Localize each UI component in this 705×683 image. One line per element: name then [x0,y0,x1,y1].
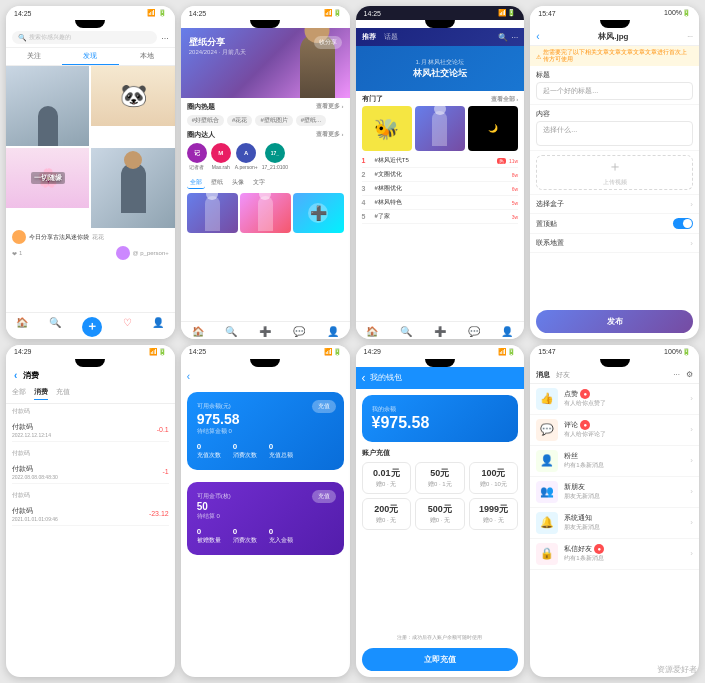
nav-discover-3[interactable]: 🔍 [400,326,412,337]
girl-figure-2 [121,163,146,213]
settings-icon-8[interactable]: ⚙ [686,370,693,379]
toggle-2-4[interactable] [673,218,693,229]
pkg-3-7[interactable]: 100元 赠0 · 10元 [469,462,519,494]
msg-item-private[interactable]: 🔒 私信好友 ● 约有1条新消息 › [530,539,699,570]
card1-toggle-6[interactable]: 充值 [312,400,336,413]
recharge-button-7[interactable]: 立即充值 [362,648,519,671]
msg-info-friends: 新朋友 朋友无新消息 [564,482,684,501]
topic-hot-4: 5w [512,200,518,206]
post-item-4[interactable] [91,148,174,228]
field-input-title-4[interactable]: 起一个好的标题... [536,82,693,100]
topic-img-bee[interactable]: 🐝 [362,106,412,151]
cat-all[interactable]: 全部 [187,177,205,189]
msg-item-system[interactable]: 🔔 系统通知 朋友无新消息 › [530,508,699,539]
pkg-4-7[interactable]: 200元 赠0 · 无 [362,498,412,530]
pkg-5-7[interactable]: 500元 赠0 · 无 [415,498,465,530]
nav-profile-2[interactable]: 👤 [327,326,339,337]
msg-item-fans[interactable]: 👤 粉丝 约有1条新消息 › [530,446,699,477]
option-row-2-4[interactable]: 置顶贴 [530,214,699,234]
tab-discover[interactable]: 发现 [62,48,118,65]
topic-item-4[interactable]: 4 #林风特色 5w [362,196,519,210]
user-wrap-1[interactable]: 记 记者者 [187,143,207,170]
htab-messages-8[interactable]: 消息 [536,370,550,380]
pkg-2-7[interactable]: 50元 赠0 · 1元 [415,462,465,494]
img-item-2[interactable] [240,193,291,233]
section-more-2[interactable]: 查看更多 › [316,102,344,112]
tag-3[interactable]: #壁纸图片 [255,115,292,126]
nav-msg-3[interactable]: 💬 [468,326,480,337]
nav-home-1[interactable]: 🏠 [16,317,28,337]
topic-item-1[interactable]: 1 #林风近代T5 热 11w [362,154,519,168]
nav-add-2[interactable]: ➕ [259,326,271,337]
back-icon-6[interactable]: ‹ [187,371,190,382]
option-row-1-4[interactable]: 选择盒子 › [530,195,699,214]
nav-msg-2[interactable]: 💬 [293,326,305,337]
topic-item-3[interactable]: 3 #林圈优化 6w [362,182,519,196]
htab-friends-8[interactable]: 好友 [556,370,570,380]
topic-hot-5: 3w [512,214,518,220]
tag-1[interactable]: #好壁纸合 [187,115,224,126]
nav-profile-3[interactable]: 👤 [501,326,513,337]
cat-avatar[interactable]: 头像 [229,177,247,189]
topic-item-2[interactable]: 2 #文圈优化 8w [362,168,519,182]
topic-img-dark[interactable]: 🌙 [468,106,518,151]
tab-recharge-5[interactable]: 充值 [56,387,70,400]
tab-follow[interactable]: 关注 [6,48,62,65]
img-item-1[interactable] [187,193,238,233]
rank-5: 5 [362,213,372,220]
pkg-grid-7: 0.01元 赠0 · 无 50元 赠0 · 1元 100元 赠0 · 10元 2… [362,462,519,530]
user-wrap-4[interactable]: 17_ 17_21:0100 [262,143,288,170]
tag-2[interactable]: #花花 [227,115,252,126]
section-more-users-2[interactable]: 查看更多 › [316,130,344,140]
option-row-3-4[interactable]: 联系地置 › [530,234,699,253]
cat-text[interactable]: 文字 [250,177,268,189]
option-right-3-4: › [690,239,693,248]
nav-likes-1[interactable]: ♡ [123,317,132,337]
banner-text-3: 林风社交论坛 [413,67,467,80]
search-icon-3[interactable]: 🔍 [498,33,508,42]
msg-item-friends[interactable]: 👥 新朋友 朋友无新消息 › [530,477,699,508]
tab-consume-5[interactable]: 消费 [34,387,48,400]
topic-img-girl[interactable] [415,106,465,151]
card2-toggle-6[interactable]: 充值 [312,490,336,503]
topic-item-5[interactable]: 5 #了家 3w [362,210,519,224]
back-icon-4[interactable]: ‹ [536,31,539,42]
cat-wallpaper[interactable]: 壁纸 [208,177,226,189]
hero-btn-2[interactable]: 收分享 [314,36,342,49]
img-item-3[interactable]: ➕ [293,193,344,233]
more-icon-3[interactable]: ··· [512,33,519,42]
tab-local[interactable]: 本地 [119,48,175,65]
nav-add-1[interactable]: ＋ [82,317,102,337]
more-icon-4[interactable]: ··· [687,33,693,40]
post-item-3[interactable]: 🌸 一切随缘 [6,148,89,208]
more-icon-8[interactable]: ··· [673,370,680,379]
trans-info-1: 付款码 2022.12.12.12:14 [12,422,51,438]
publish-button-4[interactable]: 发布 [536,310,693,333]
post-item-1[interactable] [6,66,89,146]
nav-discover-2[interactable]: 🔍 [225,326,237,337]
field-input-content-4[interactable]: 选择什么... [536,121,693,146]
tag-4[interactable]: #壁纸... [296,115,326,126]
nav-home-3[interactable]: 🏠 [366,326,378,337]
search-bar-1[interactable]: 🔍 搜索你感兴趣的 [12,31,157,44]
htab-topic[interactable]: 话题 [384,32,398,42]
msg-item-like[interactable]: 👍 点赞 ● 有人给你点赞了 › [530,384,699,415]
upload-area-4[interactable]: ＋ 上传视频 [536,155,693,190]
nav-add-3[interactable]: ➕ [434,326,446,337]
user-wrap-3[interactable]: A A.person+ [235,143,258,170]
msg-item-comment[interactable]: 💬 评论 ● 有人给你评论了 › [530,415,699,446]
pkg-1-7[interactable]: 0.01元 赠0 · 无 [362,462,412,494]
back-icon-5[interactable]: ‹ [14,370,17,381]
tab-all-5[interactable]: 全部 [12,387,26,400]
section-more-3[interactable]: 查看全部 › [491,95,519,104]
nav-home-2[interactable]: 🏠 [192,326,204,337]
post-item-2[interactable]: 🐼 [91,66,174,126]
pkg-6-7[interactable]: 1999元 赠0 · 无 [469,498,519,530]
nav-discover-1[interactable]: 🔍 [49,317,61,337]
nav-profile-1[interactable]: 👤 [152,317,164,337]
notice-text-4: 您需要完了以下相关文章文章文章文章文章进行首次上传方可使用 [543,49,693,63]
menu-icon-1[interactable]: ··· [161,33,169,43]
back-icon-7[interactable]: ‹ [362,371,366,385]
user-wrap-2[interactable]: M Max.rah [211,143,231,170]
htab-recommend[interactable]: 推荐 [362,32,376,42]
